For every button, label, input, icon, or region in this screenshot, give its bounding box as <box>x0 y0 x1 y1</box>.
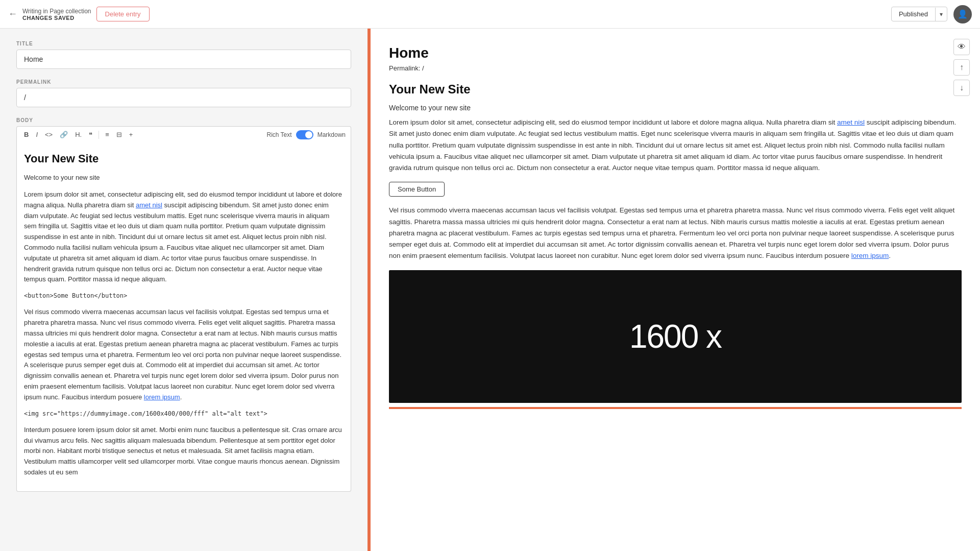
rich-text-toggle[interactable] <box>296 130 313 139</box>
body-label: BODY <box>16 117 351 123</box>
orange-bar <box>389 407 962 409</box>
body-link2[interactable]: lorem ipsum <box>144 393 180 401</box>
code-icon[interactable]: <> <box>43 130 55 139</box>
body-para3: Interdum posuere lorem ipsum dolor sit a… <box>24 425 344 478</box>
eye-icon: 👁 <box>958 42 966 52</box>
preview-page-title: Home <box>389 45 962 61</box>
toolbar-right: Rich Text Markdown <box>267 130 346 139</box>
publish-dropdown-arrow[interactable]: ▾ <box>935 8 947 21</box>
body-content: Your New Site Welcome to your new site L… <box>24 150 344 478</box>
toggle-knob <box>305 131 312 138</box>
preview-para2: Vel risus commodo viverra maecenas accum… <box>389 205 962 261</box>
unordered-list-icon[interactable]: ≡ <box>103 130 111 139</box>
breadcrumb-collection: Writing in Page collection <box>22 8 91 15</box>
blockquote-icon[interactable]: ❝ <box>87 130 94 139</box>
preview-permalink: Permalink: / <box>389 64 962 72</box>
eye-button[interactable]: 👁 <box>953 39 970 55</box>
title-field-block: TITLE <box>16 41 351 69</box>
arrow-up-icon: ↑ <box>960 63 964 72</box>
body-editor[interactable]: Your New Site Welcome to your new site L… <box>16 142 351 492</box>
preview-image-text: 1600 x <box>629 318 721 355</box>
body-link1[interactable]: amet nisl <box>136 201 162 209</box>
ordered-list-icon[interactable]: ⊟ <box>114 130 124 139</box>
permalink-label: PERMALINK <box>16 79 351 85</box>
rich-text-label: Rich Text <box>267 131 292 138</box>
preview-link1[interactable]: amet nisl <box>837 118 865 126</box>
publish-button[interactable]: Published ▾ <box>891 7 947 21</box>
permalink-value: / <box>422 64 424 72</box>
topbar-left: ← Writing in Page collection CHANGES SAV… <box>8 7 150 21</box>
scroll-up-button[interactable]: ↑ <box>953 59 970 76</box>
topbar: ← Writing in Page collection CHANGES SAV… <box>0 0 980 29</box>
toolbar-icons: B I <> 🔗 H. ❝ ≡ ⊟ + <box>22 130 135 139</box>
preview-actions: 👁 ↑ ↓ <box>953 39 970 96</box>
heading-icon[interactable]: H. <box>73 130 84 139</box>
body-button-code: <button>Some Button</button> <box>24 291 344 301</box>
preview-welcome: Welcome to your new site <box>389 104 962 112</box>
more-icon[interactable]: + <box>127 130 135 139</box>
editor-panel: TITLE PERMALINK BODY B I <> 🔗 H. ❝ ≡ <box>0 29 368 551</box>
body-toolbar: B I <> 🔗 H. ❝ ≡ ⊟ + Rich Text Markd <box>16 126 351 142</box>
title-label: TITLE <box>16 41 351 46</box>
body-welcome: Welcome to your new site <box>24 173 344 183</box>
publish-label: Published <box>892 7 935 21</box>
topbar-right: Published ▾ 👤 <box>891 5 972 23</box>
avatar[interactable]: 👤 <box>953 5 972 23</box>
arrow-down-icon: ↓ <box>960 83 964 92</box>
body-img-code: <img src="https://dummyimage.com/1600x40… <box>24 409 344 419</box>
bold-icon[interactable]: B <box>22 130 31 139</box>
permalink-input[interactable] <box>16 88 351 107</box>
delete-entry-button[interactable]: Delete entry <box>96 7 150 21</box>
breadcrumb-status: CHANGES SAVED <box>22 15 91 21</box>
preview-panel: 👁 ↑ ↓ Home Permalink: / Your New Site We… <box>371 29 980 551</box>
preview-site-title: Your New Site <box>389 82 962 97</box>
main-layout: TITLE PERMALINK BODY B I <> 🔗 H. ❝ ≡ <box>0 29 980 551</box>
markdown-label: Markdown <box>317 131 346 138</box>
body-para1: Lorem ipsum dolor sit amet, consectetur … <box>24 189 344 285</box>
body-heading: Your New Site <box>24 150 344 167</box>
toolbar-separator <box>99 131 99 139</box>
preview-some-button[interactable]: Some Button <box>389 182 445 197</box>
italic-icon[interactable]: I <box>34 130 40 139</box>
permalink-field-block: PERMALINK <box>16 79 351 107</box>
permalink-label: Permalink: <box>389 64 420 72</box>
title-input[interactable] <box>16 50 351 69</box>
preview-link2[interactable]: lorem ipsum <box>851 252 889 259</box>
back-arrow-icon[interactable]: ← <box>8 9 17 19</box>
body-para2: Vel risus commodo viverra maecenas accum… <box>24 307 344 402</box>
link-icon[interactable]: 🔗 <box>58 130 70 139</box>
breadcrumb: Writing in Page collection CHANGES SAVED <box>22 8 91 21</box>
preview-para1: Lorem ipsum dolor sit amet, consectetur … <box>389 117 962 174</box>
preview-image: 1600 x <box>389 270 962 403</box>
scroll-down-button[interactable]: ↓ <box>953 80 970 96</box>
avatar-icon: 👤 <box>958 9 968 19</box>
body-field-block: BODY B I <> 🔗 H. ❝ ≡ ⊟ + Rich Text <box>16 117 351 492</box>
